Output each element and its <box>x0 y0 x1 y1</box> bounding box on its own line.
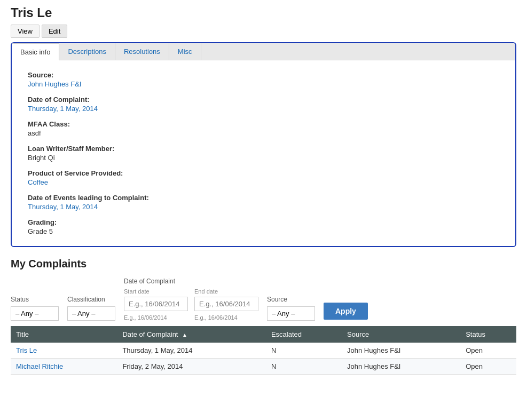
source-label: Source: <box>28 71 499 79</box>
cell-date: Friday, 2 May, 2014 <box>117 359 265 375</box>
apply-button-group: Apply <box>324 303 368 321</box>
classification-filter-group: Classification – Any – <box>67 296 115 321</box>
my-complaints-title: My Complaints <box>11 258 516 270</box>
mfaa-class-label: MFAA Class: <box>28 120 499 128</box>
source-filter-group: Source – Any – <box>267 296 315 321</box>
edit-button[interactable]: Edit <box>42 25 67 38</box>
sort-arrow-icon: ▲ <box>182 332 187 338</box>
date-of-complaint-filter-label: Date of Complaint <box>124 278 258 285</box>
cell-title[interactable]: Michael Ritchie <box>11 359 117 375</box>
date-of-events-value: Thursday, 1 May, 2014 <box>28 203 499 211</box>
filters-row: Status – Any – Classification – Any – Da… <box>11 278 516 321</box>
tab-misc[interactable]: Misc <box>169 43 201 60</box>
source-select[interactable]: – Any – <box>267 306 315 321</box>
col-status: Status <box>460 326 516 343</box>
complaints-table: Title Date of Complaint ▲ Escalated Sour… <box>11 326 516 375</box>
status-filter-group: Status – Any – <box>11 296 59 321</box>
cell-source: John Hughes F&I <box>342 343 460 359</box>
status-select-wrapper: – Any – <box>11 306 59 321</box>
date-inputs-row: Start date E.g., 16/06/2014 End date E.g… <box>124 288 258 321</box>
status-filter-label: Status <box>11 296 59 303</box>
end-date-group: End date E.g., 16/06/2014 <box>194 288 258 321</box>
action-buttons: View Edit <box>11 25 516 38</box>
date-filter-group: Date of Complaint Start date E.g., 16/06… <box>124 278 258 321</box>
page-title: Tris Le <box>11 5 516 20</box>
cell-status: Open <box>460 343 516 359</box>
mfaa-class-value: asdf <box>28 129 499 137</box>
source-value[interactable]: John Hughes F&I <box>28 80 499 88</box>
source-filter-label: Source <box>267 296 315 303</box>
col-escalated: Escalated <box>266 326 342 343</box>
date-of-complaint-value: Thursday, 1 May, 2014 <box>28 105 499 113</box>
status-select[interactable]: – Any – <box>11 306 59 321</box>
cell-escalated: N <box>266 343 342 359</box>
source-select-wrapper: – Any – <box>267 306 315 321</box>
cell-escalated: N <box>266 359 342 375</box>
classification-select-wrapper: – Any – <box>67 306 115 321</box>
main-card: Basic info Descriptions Resolutions Misc… <box>11 42 516 247</box>
card-content: Source: John Hughes F&I Date of Complain… <box>12 60 515 246</box>
classification-filter-label: Classification <box>67 296 115 303</box>
cell-source: John Hughes F&I <box>342 359 460 375</box>
view-button[interactable]: View <box>11 25 40 38</box>
start-date-label: Start date <box>124 288 188 295</box>
tab-basic-info[interactable]: Basic info <box>12 43 59 60</box>
col-date-of-complaint[interactable]: Date of Complaint ▲ <box>117 326 265 343</box>
start-date-group: Start date E.g., 16/06/2014 <box>124 288 188 321</box>
table-body: Tris LeThursday, 1 May, 2014NJohn Hughes… <box>11 343 516 375</box>
loan-writer-label: Loan Writer/Staff Member: <box>28 145 499 153</box>
loan-writer-value: Bright Qi <box>28 154 499 162</box>
cell-date: Thursday, 1 May, 2014 <box>117 343 265 359</box>
tabs-bar: Basic info Descriptions Resolutions Misc <box>12 43 515 60</box>
cell-title[interactable]: Tris Le <box>11 343 117 359</box>
col-title: Title <box>11 326 117 343</box>
apply-button[interactable]: Apply <box>324 303 368 320</box>
start-date-input[interactable] <box>124 297 188 311</box>
tab-descriptions[interactable]: Descriptions <box>59 43 115 60</box>
end-date-label: End date <box>194 288 258 295</box>
table-row: Tris LeThursday, 1 May, 2014NJohn Hughes… <box>11 343 516 359</box>
cell-status: Open <box>460 359 516 375</box>
grading-label: Grading: <box>28 218 499 226</box>
date-of-complaint-label: Date of Complaint: <box>28 96 499 104</box>
classification-select[interactable]: – Any – <box>67 306 115 321</box>
date-of-events-label: Date of Events leading to Complaint: <box>28 194 499 202</box>
product-label: Product of Service Provided: <box>28 169 499 177</box>
product-value[interactable]: Coffee <box>28 178 499 186</box>
tab-resolutions[interactable]: Resolutions <box>115 43 169 60</box>
start-date-hint: E.g., 16/06/2014 <box>124 314 188 321</box>
col-source: Source <box>342 326 460 343</box>
grading-value: Grade 5 <box>28 227 499 235</box>
end-date-hint: E.g., 16/06/2014 <box>194 314 258 321</box>
my-complaints-section: My Complaints Status – Any – Classificat… <box>11 258 516 375</box>
end-date-input[interactable] <box>194 297 258 311</box>
table-row: Michael RitchieFriday, 2 May, 2014NJohn … <box>11 359 516 375</box>
table-header: Title Date of Complaint ▲ Escalated Sour… <box>11 326 516 343</box>
